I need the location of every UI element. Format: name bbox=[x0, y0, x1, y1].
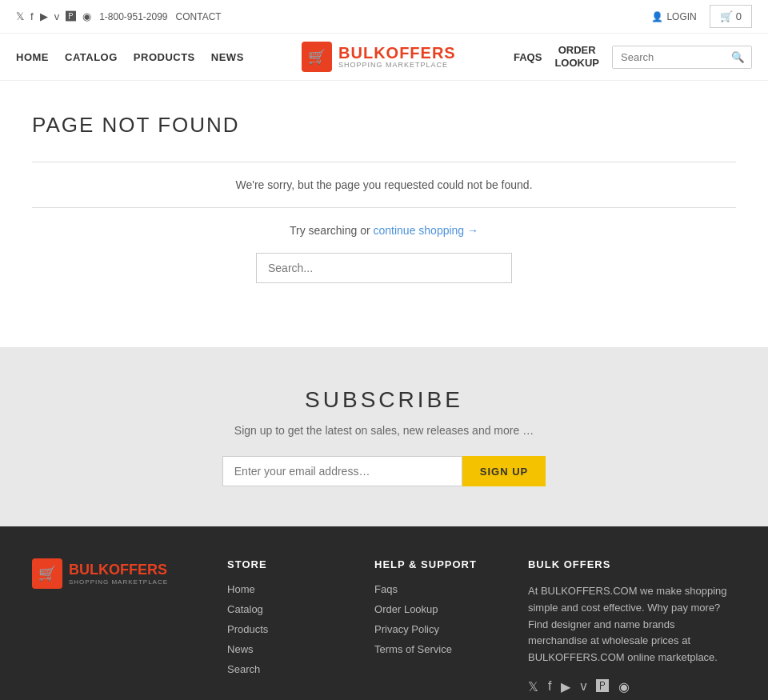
twitter-icon[interactable]: 𝕏 bbox=[16, 10, 24, 22]
contact-link[interactable]: CONTACT bbox=[176, 11, 222, 22]
social-icons-top: 𝕏 f ▶ v 🅿 ◉ bbox=[16, 10, 91, 22]
youtube-icon[interactable]: ▶ bbox=[40, 10, 48, 22]
signup-button[interactable]: SIGN UP bbox=[462, 456, 546, 486]
footer-store-products[interactable]: Products bbox=[227, 623, 323, 635]
footer-top: 🛒 BULKOFFERS SHOPPING MARKETPLACE STORE … bbox=[32, 558, 736, 694]
order-lookup-link[interactable]: ORDER LOOKUP bbox=[554, 44, 599, 69]
cart-button[interactable]: 🛒 0 bbox=[710, 5, 752, 28]
footer: 🛒 BULKOFFERS SHOPPING MARKETPLACE STORE … bbox=[0, 526, 768, 700]
page-search-wrap bbox=[32, 253, 736, 283]
logo[interactable]: 🛒 BULKOFFERS SHOPPING MARKETPLACE bbox=[302, 42, 456, 72]
continue-shopping-link[interactable]: continue shopping → bbox=[373, 224, 478, 237]
faqs-link[interactable]: FAQS bbox=[514, 51, 542, 63]
divider-top bbox=[32, 162, 736, 162]
footer-facebook-icon[interactable]: f bbox=[548, 679, 551, 694]
page-title: PAGE NOT FOUND bbox=[32, 113, 736, 138]
footer-vimeo-icon[interactable]: v bbox=[580, 679, 586, 694]
main-content: PAGE NOT FOUND We're sorry, but the page… bbox=[0, 81, 768, 347]
login-button[interactable]: 👤 LOGIN bbox=[651, 11, 696, 22]
footer-bulk-col: BULK OFFERS At BULKOFFERS.COM we make sh… bbox=[528, 558, 736, 694]
footer-help-title: HELP & SUPPORT bbox=[374, 558, 477, 570]
subscribe-title: SUBSCRIBE bbox=[16, 387, 752, 413]
sorry-message: We're sorry, but the page you requested … bbox=[32, 178, 736, 191]
footer-store-catalog[interactable]: Catalog bbox=[227, 603, 323, 615]
login-label: LOGIN bbox=[666, 11, 696, 22]
top-bar: 𝕏 f ▶ v 🅿 ◉ 1-800-951-2099 CONTACT 👤 LOG… bbox=[0, 0, 768, 34]
divider-bottom bbox=[32, 207, 736, 208]
footer-help-col: HELP & SUPPORT Faqs Order Lookup Privacy… bbox=[374, 558, 477, 694]
facebook-icon[interactable]: f bbox=[30, 10, 34, 22]
footer-logo[interactable]: 🛒 BULKOFFERS SHOPPING MARKETPLACE bbox=[32, 558, 176, 589]
subscribe-desc: Sign up to get the latest on sales, new … bbox=[16, 424, 752, 437]
try-search-text: Try searching or continue shopping → bbox=[32, 224, 736, 237]
header: HOME CATALOG PRODUCTS NEWS 🛒 BULKOFFERS … bbox=[0, 34, 768, 81]
footer-help-faqs[interactable]: Faqs bbox=[374, 583, 477, 595]
cart-count: 0 bbox=[736, 10, 742, 22]
footer-store-news[interactable]: News bbox=[227, 643, 323, 655]
footer-youtube-icon[interactable]: ▶ bbox=[561, 679, 570, 694]
search-input[interactable] bbox=[613, 46, 725, 68]
footer-logo-name: BULKOFFERS bbox=[69, 562, 168, 578]
footer-twitter-icon[interactable]: 𝕏 bbox=[528, 679, 538, 694]
subscribe-form: SIGN UP bbox=[16, 456, 752, 486]
footer-help-privacy[interactable]: Privacy Policy bbox=[374, 623, 477, 635]
logo-name: BULKOFFERS bbox=[338, 44, 456, 62]
nav-news[interactable]: NEWS bbox=[211, 51, 244, 63]
pinterest-icon[interactable]: 🅿 bbox=[66, 10, 76, 22]
top-bar-left: 𝕏 f ▶ v 🅿 ◉ 1-800-951-2099 CONTACT bbox=[16, 10, 222, 22]
user-icon: 👤 bbox=[651, 11, 663, 22]
logo-sub: SHOPPING MARKETPLACE bbox=[338, 62, 456, 70]
header-right: FAQS ORDER LOOKUP 🔍 bbox=[514, 44, 752, 69]
footer-pinterest-icon[interactable]: 🅿 bbox=[596, 679, 609, 694]
subscribe-section: SUBSCRIBE Sign up to get the latest on s… bbox=[0, 347, 768, 526]
footer-bulk-title: BULK OFFERS bbox=[528, 558, 736, 570]
footer-social-icons: 𝕏 f ▶ v 🅿 ◉ bbox=[528, 679, 736, 694]
footer-store-title: STORE bbox=[227, 558, 323, 570]
page-search-input[interactable] bbox=[256, 253, 512, 283]
footer-store-search[interactable]: Search bbox=[227, 663, 323, 675]
footer-instagram-icon[interactable]: ◉ bbox=[618, 679, 630, 694]
footer-help-order-lookup[interactable]: Order Lookup bbox=[374, 603, 477, 615]
logo-icon: 🛒 bbox=[302, 42, 332, 72]
footer-store-home[interactable]: Home bbox=[227, 583, 323, 595]
search-box: 🔍 bbox=[612, 46, 752, 69]
nav-products[interactable]: PRODUCTS bbox=[134, 51, 195, 63]
try-text: Try searching or bbox=[290, 224, 374, 237]
top-bar-right: 👤 LOGIN 🛒 0 bbox=[651, 5, 752, 28]
vimeo-icon[interactable]: v bbox=[54, 10, 60, 22]
footer-store-col: STORE Home Catalog Products News Search bbox=[227, 558, 323, 694]
footer-logo-sub: SHOPPING MARKETPLACE bbox=[69, 578, 168, 586]
footer-help-terms[interactable]: Terms of Service bbox=[374, 643, 477, 655]
email-input[interactable] bbox=[222, 456, 462, 486]
footer-logo-text: BULKOFFERS SHOPPING MARKETPLACE bbox=[69, 562, 168, 586]
search-button[interactable]: 🔍 bbox=[725, 46, 751, 68]
footer-bulk-desc: At BULKOFFERS.COM we make shopping simpl… bbox=[528, 583, 736, 666]
instagram-icon[interactable]: ◉ bbox=[82, 10, 91, 22]
logo-text: BULKOFFERS SHOPPING MARKETPLACE bbox=[338, 44, 456, 70]
cart-icon: 🛒 bbox=[720, 10, 733, 22]
main-nav: HOME CATALOG PRODUCTS NEWS bbox=[16, 51, 244, 63]
footer-logo-col: 🛒 BULKOFFERS SHOPPING MARKETPLACE bbox=[32, 558, 176, 694]
nav-home[interactable]: HOME bbox=[16, 51, 49, 63]
footer-logo-icon: 🛒 bbox=[32, 558, 62, 589]
nav-catalog[interactable]: CATALOG bbox=[65, 51, 118, 63]
phone-number: 1-800-951-2099 bbox=[99, 11, 167, 22]
